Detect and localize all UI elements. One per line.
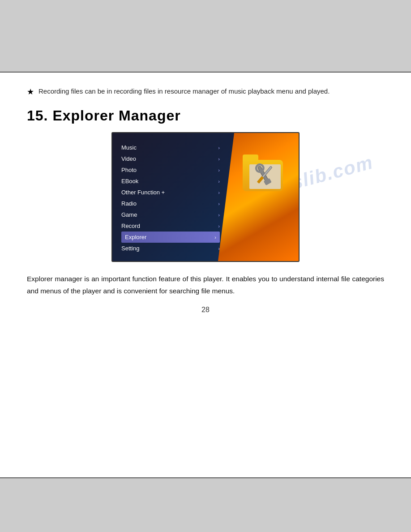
folder-body [243,160,283,191]
menu-item-game: Game› [121,209,220,220]
explorer-menu-list: Music› Video› Photo› EBook› Other Functi… [121,142,220,254]
menu-item-photo: Photo› [121,164,220,176]
bullet-star-icon: ★ [27,87,34,97]
section-title: 15. Explorer Manager [27,107,384,124]
page-content: manualslib.com ★ Recording files can be … [0,72,411,478]
folder-icon [240,151,285,191]
menu-item-record: Record› [121,220,220,232]
menu-item-ebook: EBook› [121,176,220,187]
menu-item-other: Other Function +› [121,187,220,198]
svg-rect-4 [257,176,264,184]
wrench-icon [252,163,276,188]
screenshot: Music› Video› Photo› EBook› Other Functi… [111,132,300,262]
bottom-gray-bar [0,478,411,532]
page-number: 28 [27,306,384,314]
menu-item-radio: Radio› [121,198,220,209]
bullet-section: ★ Recording files can be in recording fi… [27,86,384,97]
top-gray-bar [0,0,411,72]
section-number: 15. [27,107,48,124]
section-name: Explorer Manager [52,107,180,124]
description-text: Explorer manager is an important functio… [27,273,384,297]
bullet-text: Recording files can be in recording file… [39,86,330,97]
menu-item-setting: Setting› [121,243,220,254]
screenshot-container: Music› Video› Photo› EBook› Other Functi… [27,132,384,262]
menu-item-video: Video› [121,153,220,164]
menu-item-music: Music› [121,142,220,153]
menu-item-explorer: Explorer› [121,232,220,243]
